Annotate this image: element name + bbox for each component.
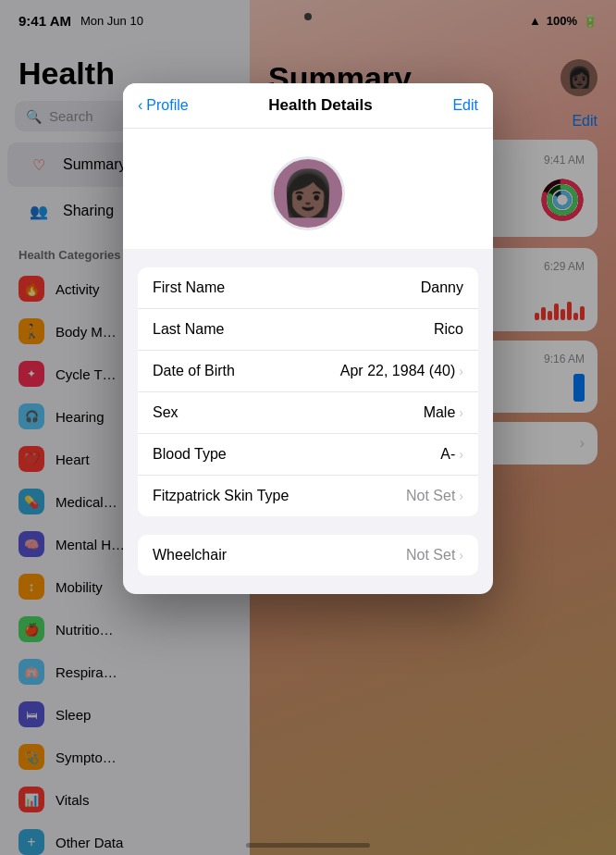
avatar-emoji: 👩🏿 [280, 167, 336, 219]
form-row-blood-type[interactable]: Blood Type A- › [138, 434, 478, 476]
modal-overlay: ‹ Profile Health Details Edit 👩🏿 First N… [0, 0, 616, 855]
modal-edit-button[interactable]: Edit [452, 97, 478, 114]
form-row-dob[interactable]: Date of Birth Apr 22, 1984 (40) › [138, 351, 478, 392]
dob-label: Date of Birth [153, 363, 235, 379]
modal-title: Health Details [268, 96, 372, 115]
sex-chevron: › [459, 405, 463, 420]
wheelchair-value: Not Set › [406, 547, 463, 564]
dob-chevron: › [459, 364, 463, 378]
blood-type-label: Blood Type [153, 446, 227, 463]
blood-type-chevron: › [459, 447, 463, 462]
modal-back-label: Profile [146, 97, 188, 114]
modal-nav: ‹ Profile Health Details Edit [123, 83, 493, 129]
last-name-value: Rico [434, 321, 463, 338]
wheelchair-chevron: › [459, 548, 463, 563]
first-name-label: First Name [153, 279, 225, 296]
skin-type-value: Not Set › [406, 488, 463, 504]
wheelchair-label: Wheelchair [153, 547, 227, 564]
skin-type-label: Fitzpatrick Skin Type [153, 488, 289, 504]
form-row-wheelchair[interactable]: Wheelchair Not Set › [138, 535, 478, 576]
modal-back-button[interactable]: ‹ Profile [138, 97, 189, 114]
last-name-label: Last Name [153, 321, 224, 338]
dob-value: Apr 22, 1984 (40) › [340, 363, 463, 379]
form-section-1: First Name Danny Last Name Rico Date of … [138, 267, 478, 516]
modal-avatar[interactable]: 👩🏿 [271, 156, 345, 230]
form-row-skin-type[interactable]: Fitzpatrick Skin Type Not Set › [138, 476, 478, 516]
form-row-last-name[interactable]: Last Name Rico [138, 309, 478, 351]
health-details-modal: ‹ Profile Health Details Edit 👩🏿 First N… [123, 83, 493, 594]
form-row-sex[interactable]: Sex Male › [138, 392, 478, 434]
modal-avatar-section: 👩🏿 [123, 129, 493, 249]
blood-type-value: A- › [440, 446, 463, 463]
first-name-value: Danny [421, 279, 463, 296]
back-chevron-icon: ‹ [138, 97, 142, 114]
skin-type-chevron: › [459, 489, 463, 503]
form-section-2: Wheelchair Not Set › [138, 535, 478, 576]
form-row-first-name[interactable]: First Name Danny [138, 267, 478, 309]
sex-value: Male › [424, 404, 463, 421]
sex-label: Sex [153, 404, 179, 421]
